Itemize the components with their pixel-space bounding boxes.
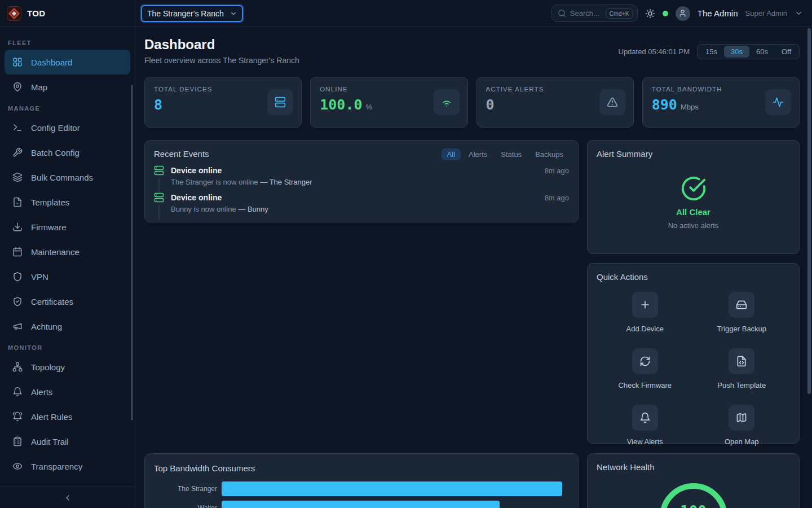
server-icon xyxy=(267,89,293,115)
bandwidth-bar xyxy=(222,501,500,508)
sidebar-item-alerts[interactable]: Alerts xyxy=(5,379,130,404)
event-title: Device online xyxy=(171,165,222,176)
bandwidth-bar-track xyxy=(222,501,569,508)
file-code-icon xyxy=(729,348,754,374)
top-bar: TOD The Stranger's Ranch Cmd+K xyxy=(0,0,812,27)
bandwidth-device-label: Walter xyxy=(154,504,217,508)
sidebar-item-topology[interactable]: Topology xyxy=(5,354,130,379)
search-shortcut-badge: Cmd+K xyxy=(606,8,633,19)
chevron-down-icon xyxy=(230,10,237,17)
sidebar-item-label: Batch Config xyxy=(31,148,80,157)
stat-unit: % xyxy=(366,103,373,111)
sidebar-item-config-editor[interactable]: Config Editor xyxy=(5,115,130,140)
stat-card-active-alerts: ACTIVE ALERTS 0 xyxy=(476,77,634,128)
refresh-30s-button[interactable]: 30s xyxy=(724,46,749,58)
search-input[interactable] xyxy=(570,9,602,17)
sidebar-scrollbar-thumb[interactable] xyxy=(131,85,133,421)
health-ring: 100 xyxy=(660,483,727,508)
user-role: Super Admin xyxy=(745,9,787,17)
top-bar-main: The Stranger's Ranch Cmd+K The Admin Sup… xyxy=(135,0,812,27)
sidebar-item-firmware[interactable]: Firmware xyxy=(5,214,130,239)
sidebar-collapse-button[interactable] xyxy=(0,487,135,508)
shield-check-icon xyxy=(12,296,23,306)
page-scrollbar-thumb[interactable] xyxy=(807,28,811,394)
tab-alerts[interactable]: Alerts xyxy=(463,148,493,160)
sidebar-item-batch-config[interactable]: Batch Config xyxy=(5,140,130,165)
plus-icon xyxy=(632,292,658,318)
download-icon xyxy=(12,222,23,232)
search-box[interactable]: Cmd+K xyxy=(551,5,638,22)
sidebar-item-maintenance[interactable]: Maintenance xyxy=(5,239,130,264)
sidebar-item-bulk-commands[interactable]: Bulk Commands xyxy=(5,165,130,190)
refresh-off-button[interactable]: Off xyxy=(775,46,798,58)
network-health-panel: Network Health 100 xyxy=(587,453,800,508)
push-template-button[interactable]: Push Template xyxy=(717,348,766,389)
tab-status[interactable]: Status xyxy=(495,148,527,160)
sidebar-item-achtung[interactable]: Achtung xyxy=(5,314,130,339)
refresh-15s-button[interactable]: 15s xyxy=(699,46,724,58)
page-subtitle: Fleet overview across The Stranger's Ran… xyxy=(144,55,299,65)
bandwidth-row: The Stranger xyxy=(154,481,569,496)
theme-toggle-sun-icon[interactable] xyxy=(645,8,655,19)
check-firmware-button[interactable]: Check Firmware xyxy=(618,348,672,389)
tab-backups[interactable]: Backups xyxy=(529,148,569,160)
alert-detail: No active alerts xyxy=(668,221,719,230)
sidebar-item-label: Firmware xyxy=(31,222,67,232)
alert-summary-panel: Alert Summary All Clear No active alerts xyxy=(587,140,800,254)
brand[interactable]: TOD xyxy=(0,0,135,27)
sidebar-item-label: Maintenance xyxy=(31,247,80,257)
sidebar-section-monitor: MONITOR xyxy=(8,344,127,351)
top-bar-right: Cmd+K The Admin Super Admin xyxy=(551,5,812,22)
sidebar-item-transparency[interactable]: Transparency xyxy=(5,454,130,479)
trigger-backup-button[interactable]: Trigger Backup xyxy=(717,292,766,333)
event-device: — The Stranger xyxy=(260,178,312,186)
sidebar-item-dashboard[interactable]: Dashboard xyxy=(5,50,130,75)
updated-timestamp: Updated 05:46:01 PM xyxy=(619,47,690,56)
sidebar-item-alert-rules[interactable]: Alert Rules xyxy=(5,404,130,429)
top-bandwidth-title: Top Bandwidth Consumers xyxy=(154,463,569,474)
bandwidth-bar-track xyxy=(222,481,569,496)
user-menu-chevron-down-icon[interactable] xyxy=(795,9,803,17)
refresh-interval-group: 15s 30s 60s Off xyxy=(697,44,800,59)
hard-drive-icon xyxy=(729,292,754,318)
stat-card-total-bandwidth: TOTAL BANDWIDTH 890 Mbps xyxy=(642,77,800,128)
sidebar-item-vpn[interactable]: VPN xyxy=(5,264,130,289)
main-content: Dashboard Fleet overview across The Stra… xyxy=(135,27,812,508)
map-pin-icon xyxy=(12,82,23,92)
wrench-icon xyxy=(12,147,23,157)
wifi-icon xyxy=(434,89,460,115)
event-message: The Stranger is now online xyxy=(171,178,258,186)
open-map-button[interactable]: Open Map xyxy=(725,405,759,446)
user-avatar[interactable] xyxy=(676,6,690,21)
server-icon xyxy=(154,192,164,203)
topology-icon xyxy=(12,362,23,372)
top-bandwidth-panel: Top Bandwidth Consumers The StrangerWalt… xyxy=(144,453,579,508)
stat-card-total-devices: TOTAL DEVICES 8 xyxy=(144,77,302,128)
tab-all[interactable]: All xyxy=(442,148,461,160)
network-health-title: Network Health xyxy=(597,462,790,473)
recent-events-title: Recent Events xyxy=(154,148,209,160)
layers-icon xyxy=(12,172,23,182)
sidebar-item-label: Templates xyxy=(31,198,69,207)
sidebar-item-audit-trail[interactable]: Audit Trail xyxy=(5,429,130,454)
page-title: Dashboard xyxy=(144,37,299,52)
sidebar-item-label: VPN xyxy=(31,272,48,282)
sidebar-item-label: Alerts xyxy=(31,387,52,397)
sidebar: FLEET Dashboard Map MANAGE Config Editor… xyxy=(0,27,135,508)
timeline-connector xyxy=(158,178,160,192)
add-device-button[interactable]: Add Device xyxy=(626,292,664,333)
sidebar-item-label: Map xyxy=(31,82,47,92)
sidebar-item-templates[interactable]: Templates xyxy=(5,190,130,214)
stat-unit: Mbps xyxy=(681,103,699,111)
event-message: Bunny is now online xyxy=(171,205,236,213)
tod-logo-icon xyxy=(7,6,21,21)
check-circle-icon xyxy=(681,176,707,202)
refresh-60s-button[interactable]: 60s xyxy=(749,46,775,58)
sidebar-item-certificates[interactable]: Certificates xyxy=(5,289,130,314)
view-alerts-button[interactable]: View Alerts xyxy=(627,405,663,446)
shield-icon xyxy=(12,271,23,282)
site-selector[interactable]: The Stranger's Ranch xyxy=(141,5,243,22)
sidebar-item-map[interactable]: Map xyxy=(5,75,130,99)
server-icon xyxy=(154,165,164,176)
alert-triangle-icon xyxy=(599,89,625,115)
